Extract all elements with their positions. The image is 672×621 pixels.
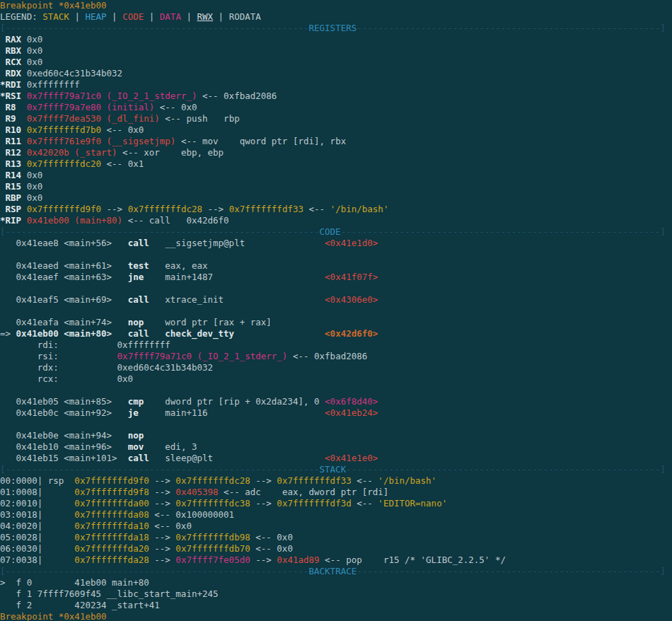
text-segment [213, 272, 325, 282]
text-segment: ----------------------------------------… [357, 566, 666, 576]
register-r15: R15 0x0 [0, 181, 672, 192]
text-segment: R9 [0, 113, 27, 124]
text-segment: 06:0030| [0, 543, 74, 554]
text-segment: 03:0018| [0, 509, 74, 520]
text-segment: RDX [0, 68, 27, 79]
text-segment: mov [128, 441, 144, 452]
stack-row-4: 04:0020| 0x7fffffffda10 <-- 0x0 [0, 521, 672, 532]
text-segment: | [69, 11, 86, 22]
disasm-main61: 0x41eaed <main+61> test eax, eax [0, 260, 672, 272]
text-segment: 0x7fffffffdc20 [27, 158, 101, 169]
text-segment: --> [149, 498, 176, 509]
text-segment: '/bin/bash' [330, 204, 389, 214]
text-segment: RAX [0, 34, 27, 45]
text-segment: 0x7fffffffda18 [74, 532, 149, 542]
text-segment: *RDI [0, 79, 27, 90]
text-segment: LEGEND: [0, 11, 42, 22]
text-segment: 0x7fffffffdc38 [175, 498, 250, 509]
disasm-main92: 0x41eb0c <main+92> je main+116 <0x41eb24… [0, 407, 672, 419]
text-segment: > f 0 41eb00 main+80 [0, 577, 149, 588]
register-r12: R12 0x42020b (_start) <-- xor ebp, ebp [0, 147, 672, 158]
text-segment: --> [250, 475, 277, 486]
text-segment: 0x7ffff761e9f0 (__sigsetjmp) [27, 136, 176, 146]
text-segment: --> [149, 532, 176, 542]
text-segment: <0x41e1d0> [325, 238, 378, 248]
text-segment: 0x41ad89 [277, 555, 319, 565]
text-segment: <-- [303, 204, 330, 214]
text-segment: <-- 0x100000001 [149, 509, 234, 520]
stack-row-2: 02:0010| 0x7fffffffda00 --> 0x7fffffffdc… [0, 498, 672, 509]
text-segment: 0x41eae8 <main+56> [0, 238, 128, 248]
text-segment: 0x7fffffffdf33 [277, 475, 351, 486]
text-segment [208, 407, 325, 418]
text-segment: nop [128, 430, 144, 441]
text-segment: f 2 420234 _start+41 [0, 600, 160, 610]
stack-row-5: 05:0028| 0x7fffffffda18 --> 0x7fffffffdb… [0, 532, 672, 543]
call-arg-rdi: rdi: 0xffffffff [0, 339, 672, 351]
text-segment: <0x41eb24> [325, 407, 378, 418]
text-segment: call [128, 453, 149, 463]
text-segment: [---------------------------------------… [0, 23, 309, 33]
text-segment: <-- xor ebp, ebp [117, 147, 224, 158]
code-separator: [---------------------------------------… [0, 226, 672, 238]
text-segment: 0x7ffff79a71c0 (_IO_2_1_stderr_) [27, 91, 197, 101]
register-r11: R11 0x7ffff761e9f0 (__sigsetjmp) <-- mov… [0, 136, 672, 147]
text-segment: <-- 0x0 [149, 521, 192, 531]
text-segment [0, 306, 6, 316]
register-rdx: RDX 0xed60c4c31b34b032 [0, 68, 672, 79]
backtrace-frame-2: f 2 420234 _start+41 [0, 600, 672, 611]
text-segment: 0x41eaf5 <main+69> [0, 294, 128, 305]
text-segment: 0x7fffffffdb70 [175, 543, 250, 554]
text-segment: eax, eax [149, 260, 208, 271]
text-segment: word ptr [rax + rax] [144, 317, 272, 327]
text-segment: <-- pop r15 /* 'GLIBC_2.2.5' */ [320, 555, 506, 565]
text-segment: [---------------------------------------… [0, 566, 309, 576]
section-label: STACK [320, 464, 347, 475]
text-segment: ----------------------------------------… [357, 23, 666, 33]
text-segment: DATA [160, 11, 181, 22]
text-segment: --> [149, 475, 176, 486]
text-segment: *RSI [0, 91, 27, 101]
text-segment [0, 385, 6, 395]
register-rcx: RCX 0x0 [0, 57, 672, 68]
text-segment: CODE [122, 11, 144, 22]
register-rdi: *RDI 0xffffffff [0, 79, 672, 91]
text-segment: 0x7fffffffdb98 [175, 532, 250, 542]
text-segment: <-- adc eax, dword ptr [rdi] [219, 487, 389, 497]
text-segment: --> [149, 487, 176, 497]
register-rsi: *RSI 0x7ffff79a71c0 (_IO_2_1_stderr_) <-… [0, 91, 672, 102]
text-segment: --> [101, 204, 128, 214]
text-segment: f 1 7ffff7609f45 __libc_start_main+245 [0, 588, 219, 599]
text-segment: 0xed60c4c31b34b032 [27, 68, 122, 79]
text-segment: 0x7fffffffda20 [74, 543, 149, 554]
text-segment: RBP [0, 192, 27, 203]
text-segment: 07:0038| [0, 555, 74, 565]
text-segment: Breakpoint *0x41eb00 [0, 611, 107, 621]
text-segment [213, 453, 325, 463]
text-segment: | [213, 11, 229, 22]
text-segment: '/bin/bash' [378, 475, 436, 486]
call-arg-rsi: rsi: 0x7ffff79a71c0 (_IO_2_1_stderr_) <-… [0, 351, 672, 362]
text-segment: 0x405398 [175, 487, 218, 497]
text-segment: RSP [0, 204, 27, 214]
call-arg-rcx: rcx: 0x0 [0, 373, 672, 385]
breakpoint-footer: Breakpoint *0x41eb00 [0, 611, 672, 621]
text-segment: 0x0 [27, 170, 43, 180]
disasm-main74: 0x41eafa <main+74> nop word ptr [rax + r… [0, 317, 672, 328]
text-segment: edi, 3 [144, 441, 197, 452]
text-segment: 0x41eafa <main+74> [0, 317, 128, 327]
text-segment: call [128, 238, 149, 248]
text-segment [0, 249, 6, 260]
text-segment: 05:0028| [0, 532, 74, 542]
text-segment: sleep@plt [149, 453, 213, 463]
text-segment: 0x0 [27, 192, 43, 203]
register-rsp: RSP 0x7fffffffd9f0 --> 0x7fffffffdc28 --… [0, 204, 672, 215]
text-segment: <0x41f07f> [325, 272, 378, 282]
text-segment: 0x7fffffffd7b0 [27, 124, 101, 135]
text-segment: main+116 [139, 407, 208, 418]
text-segment: --> [149, 555, 176, 565]
text-segment: 0x42020b (_start) [27, 147, 117, 158]
text-segment: 0x41eb0e <main+94> [0, 430, 128, 441]
text-segment: R15 [0, 181, 27, 192]
text-segment: STACK [42, 11, 69, 22]
